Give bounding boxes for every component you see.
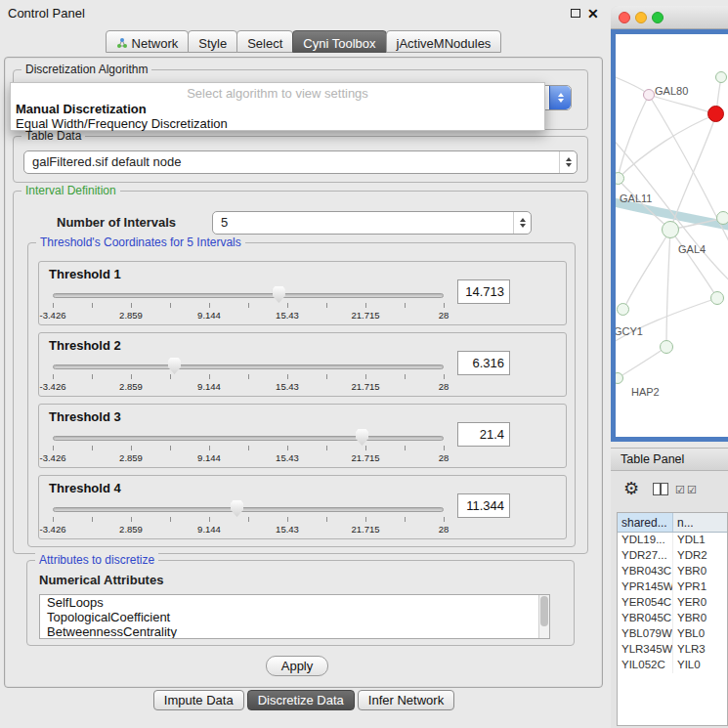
threshold-slider[interactable]: -3.4262.8599.14415.4321.71528 xyxy=(53,428,444,467)
table-cell: YDL1 xyxy=(673,533,727,548)
network-node[interactable] xyxy=(660,340,673,354)
combobox-stepper-icon[interactable] xyxy=(513,212,531,234)
network-node[interactable] xyxy=(716,211,728,225)
slider-thumb[interactable] xyxy=(273,286,285,303)
threshold-value-input[interactable] xyxy=(457,351,510,375)
slider-track[interactable] xyxy=(53,293,444,298)
slider-thumb[interactable] xyxy=(356,429,368,446)
network-node[interactable] xyxy=(662,221,679,238)
threshold-value-input[interactable] xyxy=(457,493,510,518)
threshold-slider[interactable]: -3.4262.8599.14415.4321.71528 xyxy=(53,285,444,324)
tab-network[interactable]: Network xyxy=(106,30,190,53)
algorithm-option-equal-width[interactable]: Equal Width/Frequency Discretization xyxy=(11,116,544,131)
minimize-button[interactable] xyxy=(635,12,647,23)
network-node[interactable] xyxy=(710,291,724,305)
checkbox-icon[interactable]: ☑ xyxy=(687,484,697,495)
attribute-list-item[interactable]: BetweennessCentrality xyxy=(40,624,549,639)
slider-track[interactable] xyxy=(53,507,444,512)
algorithm-placeholder: Select algorithm to view settings xyxy=(11,85,544,102)
gear-icon[interactable]: ⚙ xyxy=(623,478,639,499)
algorithm-option-manual[interactable]: Manual Discretization xyxy=(11,102,544,116)
bottom-tab-bar: Impute Data Discretize Data Infer Networ… xyxy=(0,690,608,710)
table-cell: YIL052C xyxy=(618,658,673,673)
table-header-row: shared... n... xyxy=(618,513,727,533)
slider-track[interactable] xyxy=(53,364,444,369)
threshold-value-input[interactable] xyxy=(457,279,510,304)
float-window-icon[interactable] xyxy=(571,9,580,18)
columns-icon[interactable] xyxy=(653,483,668,495)
network-frame: GAL80 GAL11 GAL4 GCY1 HAP2 xyxy=(611,29,728,442)
tab-impute-data[interactable]: Impute Data xyxy=(153,690,244,710)
threshold-slider[interactable]: -3.4262.8599.14415.4321.71528 xyxy=(53,499,444,538)
threshold-label: Threshold 3 xyxy=(49,409,121,424)
tab-select[interactable]: Select xyxy=(236,30,293,53)
num-intervals-combobox[interactable]: 5 xyxy=(212,211,532,235)
zoom-button[interactable] xyxy=(652,12,664,23)
tab-style[interactable]: Style xyxy=(188,30,237,53)
table-cell: YDR2 xyxy=(673,548,727,564)
close-button[interactable] xyxy=(619,12,630,23)
threshold-value-input[interactable] xyxy=(457,422,510,447)
table-row[interactable]: YBR043CYBR0 xyxy=(618,564,727,579)
slider-scale-label: 2.859 xyxy=(119,524,143,535)
slider-scale-label: 15.43 xyxy=(276,452,299,463)
table-cell: YPR145W xyxy=(618,579,673,595)
network-node[interactable] xyxy=(617,303,629,316)
checkbox-icon[interactable]: ☑ xyxy=(675,484,685,495)
column-header-name[interactable]: n... xyxy=(673,513,727,532)
screen: Control Panel ✕ Network Style Select Cyn… xyxy=(0,0,728,728)
table-row[interactable]: YBL079WYBL0 xyxy=(618,626,727,642)
table-row[interactable]: YIL052CYIL0 xyxy=(618,658,727,673)
table-data-value: galFiltered.sif default node xyxy=(32,151,181,173)
slider-thumb[interactable] xyxy=(168,358,181,374)
column-header-shared-name[interactable]: shared... xyxy=(618,513,673,532)
slider-ticks xyxy=(53,374,445,379)
network-window-titlebar xyxy=(611,6,728,29)
close-icon[interactable]: ✕ xyxy=(587,4,599,23)
slider-scale: -3.4262.8599.14415.4321.71528 xyxy=(53,524,444,535)
slider-scale-label: -3.426 xyxy=(40,452,66,463)
tab-discretize-data[interactable]: Discretize Data xyxy=(247,690,355,710)
table-row[interactable]: YER054CYER0 xyxy=(618,595,727,611)
network-tab-icon xyxy=(116,37,128,49)
tab-jactivemnodules[interactable]: jActiveMNodules xyxy=(386,30,502,53)
table-row[interactable]: YBR045CYBR0 xyxy=(618,611,727,626)
table-cell: YER0 xyxy=(673,595,727,611)
tab-label: jActiveMNodules xyxy=(397,36,492,51)
node-label: HAP2 xyxy=(631,386,660,398)
slider-scale-label: 28 xyxy=(439,524,450,535)
table-cell: YLR345W xyxy=(618,642,673,658)
attributes-group: Attributes to discretize Numerical Attri… xyxy=(26,560,575,646)
slider-scale: -3.4262.8599.14415.4321.71528 xyxy=(53,310,444,321)
apply-button[interactable]: Apply xyxy=(266,656,328,676)
combobox-stepper-icon[interactable] xyxy=(559,151,577,173)
tab-cyni-toolbox[interactable]: Cyni Toolbox xyxy=(292,30,386,53)
table-cell: YDR27... xyxy=(618,548,673,564)
table-cell: YIL0 xyxy=(673,658,727,673)
combobox-stepper-icon[interactable] xyxy=(549,86,571,109)
table-row[interactable]: YPR145WYPR1 xyxy=(618,579,727,595)
threshold-slider[interactable]: -3.4262.8599.14415.4321.71528 xyxy=(53,357,444,396)
table-row[interactable]: YDR27...YDR2 xyxy=(618,548,727,564)
slider-scale-label: 28 xyxy=(439,452,450,463)
tab-label: Network xyxy=(132,36,179,51)
table-row[interactable]: YLR345WYLR3 xyxy=(618,642,727,658)
threshold-panel: Threshold 2 -3.4262.8599.14415.4321.7152… xyxy=(38,332,567,397)
slider-scale-label: 9.144 xyxy=(197,524,221,535)
slider-thumb[interactable] xyxy=(231,500,243,517)
table-data-combobox[interactable]: galFiltered.sif default node xyxy=(23,150,578,174)
table-cell: YBR0 xyxy=(673,611,727,626)
table-row[interactable]: YDL19...YDL1 xyxy=(618,533,727,548)
network-node-selected[interactable] xyxy=(707,106,724,122)
network-node[interactable] xyxy=(643,89,655,101)
numerical-attributes-list[interactable]: SelfLoopsTopologicalCoefficientBetweenne… xyxy=(39,594,550,639)
list-scrollbar[interactable] xyxy=(538,595,549,638)
scrollbar-thumb[interactable] xyxy=(540,596,548,626)
attribute-list-item[interactable]: SelfLoops xyxy=(40,595,549,610)
network-canvas[interactable]: GAL80 GAL11 GAL4 GCY1 HAP2 xyxy=(616,34,728,437)
network-node[interactable] xyxy=(715,71,727,83)
attribute-list-item[interactable]: TopologicalCoefficient xyxy=(40,610,549,624)
slider-track[interactable] xyxy=(53,436,444,441)
tab-infer-network[interactable]: Infer Network xyxy=(358,690,454,710)
top-tab-bar: Network Style Select Cyni Toolbox jActiv… xyxy=(0,30,608,53)
